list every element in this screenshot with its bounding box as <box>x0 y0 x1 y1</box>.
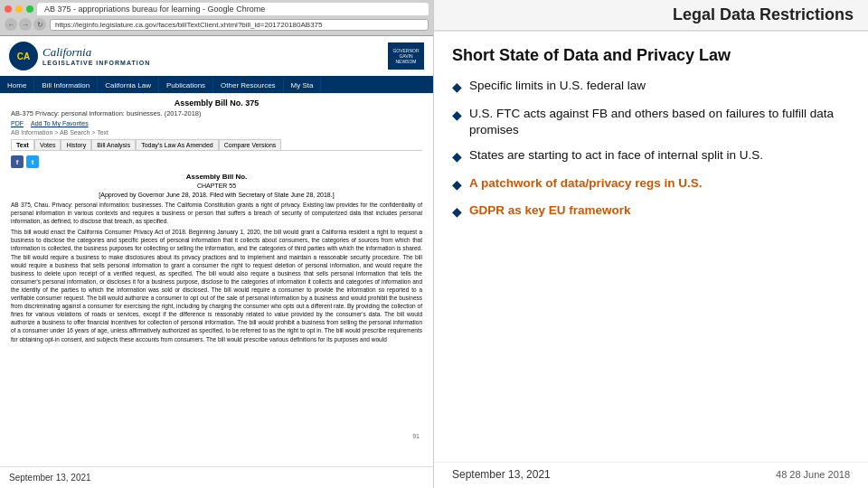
nav-ca-law[interactable]: California Law <box>98 78 159 93</box>
bill-link-pdf[interactable]: PDF <box>11 120 24 127</box>
bill-body-text: AB 375, Chau. Privacy: personal informat… <box>11 201 422 346</box>
bill-assembly-number: Assembly Bill No. <box>11 173 422 181</box>
bullet-text-3: A patchwork of data/privacy regs in U.S. <box>469 175 703 192</box>
url-field[interactable]: https://leginfo.legislature.ca.gov/faces… <box>50 19 429 31</box>
slide-number-info: 48 28 June 2018 <box>776 469 850 480</box>
browser-nav-buttons: ← → ↻ <box>5 18 46 31</box>
bill-description: AB-375 Privacy: personal information: bu… <box>11 109 422 117</box>
ca-subtitle-text: LEGISLATIVE INFORMATION <box>42 60 150 66</box>
tab-votes[interactable]: Votes <box>34 139 61 150</box>
right-content: Short State of Data and Privacy Law ◆ Sp… <box>434 32 868 462</box>
bullet-diamond-3: ◆ <box>452 176 462 194</box>
right-panel: Legal Data Restrictions Short State of D… <box>434 0 868 488</box>
bullet-item-3: ◆ A patchwork of data/privacy regs in U.… <box>452 175 850 194</box>
document-content: CA California LEGISLATIVE INFORMATION GO… <box>0 36 433 466</box>
bullet-diamond-4: ◆ <box>452 203 462 221</box>
browser-url-bar: ← → ↻ https://leginfo.legislature.ca.gov… <box>5 18 429 31</box>
ca-title-text: California LEGISLATIVE INFORMATION <box>42 46 150 65</box>
ca-seal: CA <box>9 42 38 70</box>
nav-bill-info[interactable]: Bill Information <box>34 78 98 93</box>
bullet-item-0: ◆ Specific limits in U.S. federal law <box>452 78 850 97</box>
ca-nav-bar: Home Bill Information California Law Pub… <box>0 78 433 93</box>
bullet-diamond-0: ◆ <box>452 79 462 97</box>
left-panel: AB 375 - appropriations bureau for learn… <box>0 0 434 488</box>
bill-page-number: 91 <box>412 433 420 439</box>
forward-button[interactable]: → <box>19 18 32 31</box>
bullet-item-2: ◆ States are starting to act in face of … <box>452 147 850 166</box>
twitter-icon[interactable]: t <box>26 155 39 168</box>
nav-my-sta[interactable]: My Sta <box>284 78 322 93</box>
slide-date: September 13, 2021 <box>452 468 551 481</box>
tab-text[interactable]: Text <box>11 139 34 150</box>
bill-number: Assembly Bill No. 375 <box>11 99 422 108</box>
ca-logo-area: CA California LEGISLATIVE INFORMATION <box>9 42 150 70</box>
ca-script-text: California <box>42 46 150 59</box>
tab-compare[interactable]: Compare Versions <box>219 139 282 150</box>
bill-paragraph-0: AB 375, Chau. Privacy: personal informat… <box>11 201 422 225</box>
social-icons: f t <box>11 155 422 168</box>
bullet-text-0: Specific limits in U.S. federal law <box>469 78 646 94</box>
browser-tab[interactable]: AB 375 - appropriations bureau for learn… <box>37 3 429 15</box>
top-title-bar: Legal Data Restrictions <box>434 0 868 32</box>
tab-analysis[interactable]: Bill Analysis <box>91 139 136 150</box>
bill-links: PDF Add To My Favorites <box>11 120 422 127</box>
browser-chrome: AB 375 - appropriations bureau for learn… <box>0 0 433 36</box>
browser-title-bar: AB 375 - appropriations bureau for learn… <box>5 3 429 15</box>
bullet-text-2: States are starting to act in face of in… <box>469 147 763 164</box>
browser-minimize-dot[interactable] <box>15 5 23 13</box>
ca-legislative-header: CA California LEGISLATIVE INFORMATION GO… <box>0 36 433 78</box>
nav-other-resources[interactable]: Other Resources <box>213 78 283 93</box>
facebook-icon[interactable]: f <box>11 155 24 168</box>
right-footer: September 13, 2021 48 28 June 2018 <box>434 462 868 488</box>
tab-history[interactable]: History <box>61 139 91 150</box>
bullet-text-1: U.S. FTC acts against FB and others base… <box>469 106 850 138</box>
section-heading: Short State of Data and Privacy Law <box>452 46 850 65</box>
browser-close-dot[interactable] <box>5 5 12 13</box>
browser-maximize-dot[interactable] <box>26 5 33 13</box>
bullet-text-4: GDPR as key EU framework <box>469 202 631 219</box>
nav-publications[interactable]: Publications <box>159 78 213 93</box>
bullet-diamond-1: ◆ <box>452 107 462 125</box>
bill-approved: [Approved by Governor June 28, 2018. Fil… <box>11 192 422 198</box>
page-title: Legal Data Restrictions <box>673 5 854 24</box>
back-button[interactable]: ← <box>5 18 17 31</box>
bullet-item-1: ◆ U.S. FTC acts against FB and others ba… <box>452 106 850 138</box>
bullet-diamond-2: ◆ <box>452 148 462 166</box>
bill-breadcrumb: AB Information > AB Search > Text <box>11 129 422 136</box>
bill-chapter: CHAPTER 55 <box>11 183 422 189</box>
bullet-list: ◆ Specific limits in U.S. federal law ◆ … <box>452 78 850 230</box>
tab-law-amended[interactable]: Today's Law As Amended <box>136 139 219 150</box>
bill-paragraph-1: This bill would enact the California Con… <box>11 228 422 343</box>
left-footer: September 13, 2021 <box>0 466 433 488</box>
bill-tabs: Text Votes History Bill Analysis Today's… <box>11 139 422 151</box>
footer-date: September 13, 2021 <box>9 473 91 483</box>
nav-home[interactable]: Home <box>0 78 34 93</box>
bill-link-favorites[interactable]: Add To My Favorites <box>31 120 89 127</box>
bullet-item-4: ◆ GDPR as key EU framework <box>452 202 850 221</box>
bill-content-area: Assembly Bill No. 375 AB-375 Privacy: pe… <box>0 93 433 466</box>
ca-gov-logo: GOVERNORGAVINNEWSOM <box>388 42 424 70</box>
reload-button[interactable]: ↻ <box>33 18 46 31</box>
